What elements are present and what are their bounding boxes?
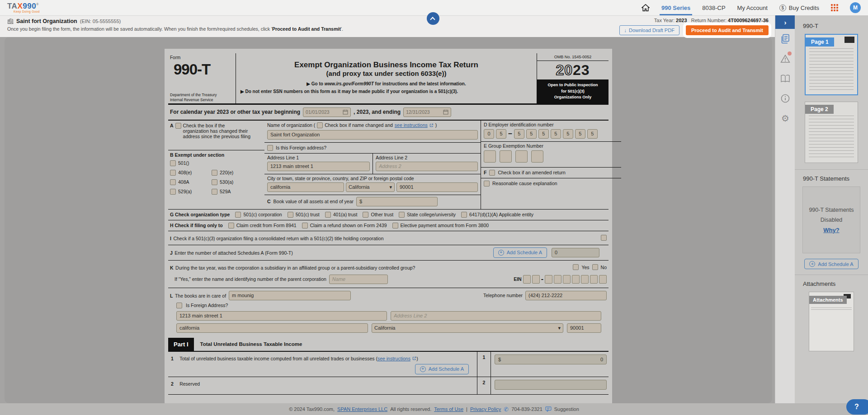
external-link-icon — [412, 354, 416, 362]
why-link[interactable]: Why? — [823, 227, 839, 233]
app-root: TAX990® Keep Doing Good 990 Series 8038-… — [0, 0, 868, 415]
organization-name-input[interactable] — [267, 130, 478, 140]
tax990-logo[interactable]: TAX990® Keep Doing Good — [7, 0, 40, 15]
span-enterprises-link[interactable]: SPAN Enterprises LLC — [337, 406, 387, 412]
add-schedule-a-button-panel[interactable]: +Add Schedule A — [804, 259, 858, 269]
terms-of-use-link[interactable]: Terms of Use — [434, 406, 463, 412]
collapse-panel-button[interactable]: › — [775, 15, 795, 29]
zip-input[interactable] — [396, 182, 478, 192]
panel-divider — [795, 169, 868, 170]
checkbox-220e[interactable] — [212, 170, 217, 176]
add-schedule-a-button-j[interactable]: +Add Schedule A — [493, 247, 547, 258]
checkbox-529cap[interactable] — [212, 189, 217, 195]
info-button[interactable] — [775, 89, 795, 108]
settings-button[interactable]: ⚙ — [775, 108, 795, 128]
book-value-input[interactable]: $ — [356, 197, 438, 206]
schedules-count-input[interactable]: 0 — [552, 248, 599, 257]
page1-thumbnail[interactable]: Page 1 — [805, 34, 858, 95]
telephone-input[interactable] — [525, 291, 607, 300]
books-care-of-input[interactable] — [229, 291, 351, 300]
proceed-to-audit-button[interactable]: Proceed to Audit and Transmit — [686, 25, 769, 35]
checkbox-529a[interactable] — [170, 189, 176, 195]
checkbox-foreign-address[interactable] — [267, 145, 273, 151]
help-button[interactable]: ? — [846, 399, 868, 415]
chevron-down-icon: ▾ — [558, 325, 561, 331]
home-button[interactable] — [642, 0, 650, 15]
city-input[interactable] — [267, 182, 344, 192]
gear-icon: ⚙ — [781, 113, 789, 124]
line2-amount-input[interactable] — [495, 380, 607, 390]
info-icon — [781, 94, 790, 103]
checkbox-other-trust[interactable] — [363, 212, 368, 218]
checkbox-amended-return[interactable] — [489, 170, 495, 176]
return-header: Saint fort Organization (EIN: 05-5555555… — [0, 15, 775, 37]
attachments-thumbnail[interactable]: Attachments — [809, 292, 854, 351]
user-avatar[interactable]: M — [850, 2, 861, 13]
instructions-book-button[interactable] — [775, 69, 795, 89]
checkbox-501c-corporation[interactable] — [235, 212, 241, 218]
see-instructions-link-line1[interactable]: see instructions — [377, 356, 410, 361]
checkbox-6417-entity[interactable] — [461, 212, 467, 218]
checkbox-state-college[interactable] — [399, 212, 405, 218]
buy-credits-button[interactable]: $ Buy Credits — [779, 0, 819, 15]
checkbox-501c-trust[interactable] — [288, 212, 293, 218]
pages-icon — [781, 34, 790, 44]
privacy-policy-link[interactable]: Privacy Policy — [470, 406, 501, 412]
parent-ein-boxes[interactable]: EIN - — [514, 275, 607, 284]
parent-corporation-name-input[interactable] — [329, 275, 388, 284]
section-def-column: D Employer identification number 05–5555… — [481, 121, 621, 209]
attachments-title: Attachments — [803, 280, 868, 287]
l-zip-input[interactable] — [567, 323, 601, 333]
checkbox-elective-payment-3800[interactable] — [392, 223, 398, 228]
checkbox-l-foreign-address[interactable] — [176, 303, 182, 308]
ein-digit-boxes[interactable]: 05–5555555 — [484, 129, 618, 139]
tax-year-start-input[interactable]: 01/01/2023 — [303, 107, 351, 117]
plus-icon: + — [420, 366, 426, 372]
page2-thumbnail[interactable]: Page 2 — [805, 102, 858, 163]
tab-990-series[interactable]: 990 Series — [661, 0, 690, 15]
checkbox-408a[interactable] — [170, 179, 176, 185]
checkbox-401a-trust[interactable] — [325, 212, 331, 218]
tab-8038-cp[interactable]: 8038-CP — [702, 0, 725, 15]
thumb-sketch — [809, 116, 854, 159]
suggestion-label[interactable]: Suggestion — [554, 406, 579, 412]
l-state-select[interactable]: California▾ — [372, 323, 563, 333]
audit-warning-button[interactable] — [775, 49, 795, 69]
state-select[interactable]: California▾ — [346, 182, 395, 192]
calendar-year-row: For calendar year 2023 or other tax year… — [168, 105, 609, 121]
tax-year-end-input[interactable]: 12/31/2023 — [403, 107, 451, 117]
checkbox-name-changed[interactable] — [317, 122, 323, 128]
address-line1-input[interactable] — [267, 162, 370, 171]
collapse-header-button[interactable] — [427, 12, 439, 25]
building-icon — [7, 18, 14, 24]
download-draft-pdf-button[interactable]: ↓Download Draft PDF — [619, 25, 679, 35]
pages-panel-button[interactable] — [775, 29, 795, 49]
section-k-row: K During the tax year, was the corporati… — [168, 261, 609, 272]
checkbox-address-changed[interactable] — [175, 123, 181, 129]
tab-my-account[interactable]: My Account — [737, 0, 768, 15]
checkbox-claim-credit-8941[interactable] — [228, 223, 234, 228]
checkbox-530a[interactable] — [212, 179, 217, 185]
tax-year-return-number: Tax Year: 2023 Return Number: 4T00096246… — [619, 18, 769, 23]
checkbox-501[interactable] — [170, 160, 176, 166]
checkbox-k-yes[interactable] — [573, 264, 579, 270]
l-address-line2-input[interactable] — [391, 311, 601, 321]
home-icon — [642, 4, 650, 11]
goto-instructions: ▶ Go to www.irs.gov/Form990T for instruc… — [241, 81, 532, 86]
l-city-input[interactable] — [176, 323, 368, 333]
see-instructions-link[interactable]: see instructions — [395, 122, 428, 128]
checkbox-408e[interactable] — [170, 170, 176, 176]
address-line2-input[interactable] — [376, 162, 478, 171]
checkbox-reasonable-cause[interactable] — [484, 181, 490, 187]
checkbox-claim-refund-2439[interactable] — [302, 223, 308, 228]
add-schedule-a-button-line1[interactable]: +Add Schedule A — [415, 364, 469, 374]
form-canvas: Form 990-T Department of the TreasuryInt… — [5, 37, 772, 403]
line2-number: 2 — [477, 377, 491, 394]
group-exemption-label: E Group Exemption Number — [484, 143, 618, 149]
group-exemption-boxes[interactable] — [484, 150, 618, 164]
line1-amount-input[interactable]: $0 — [495, 354, 607, 364]
l-address-line1-input[interactable] — [176, 311, 387, 321]
checkbox-consolidated-return[interactable] — [601, 235, 607, 241]
checkbox-k-no[interactable] — [592, 264, 598, 270]
apps-grid-icon[interactable] — [831, 4, 838, 11]
